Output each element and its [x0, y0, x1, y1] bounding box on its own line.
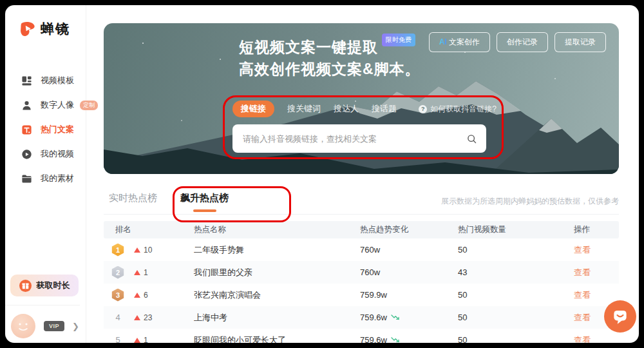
rank-change: 10: [134, 246, 152, 255]
trend-down-icon: [391, 336, 401, 343]
list-tab-2[interactable]: 飙升热点榜: [180, 192, 229, 212]
search-icon[interactable]: [466, 133, 477, 144]
ai-gradient-text: AI: [439, 37, 447, 46]
cell-rank: 423: [104, 313, 194, 322]
avatar[interactable]: [11, 314, 35, 338]
cell-trend: 759.9w: [360, 290, 458, 300]
logo: 蝉镜: [5, 5, 86, 39]
logo-text: 蝉镜: [41, 20, 70, 38]
table-row: 110二年级手势舞760w50查看: [104, 238, 619, 261]
question-icon: ?: [419, 105, 427, 113]
cell-name: 二年级手势舞: [194, 244, 360, 256]
up-triangle-icon: [134, 293, 140, 298]
up-triangle-icon: [134, 247, 140, 253]
cell-videos: 50: [458, 290, 574, 300]
cell-rank: 21: [104, 266, 194, 279]
rank-number: 4: [111, 313, 124, 322]
sidebar-item-label: 我的视频: [41, 148, 74, 160]
search-box: [232, 124, 486, 153]
up-triangle-icon: [134, 270, 140, 275]
avatar-face: [11, 314, 35, 338]
hot-text-icon: [21, 124, 32, 135]
data-disclaimer: 展示数据为所选周期内蝉妈妈的预估数据，仅供参考: [441, 196, 619, 207]
hot-table: 排名 热点名称 热点趋势变化 热门视频数量 操作 110二年级手势舞760w50…: [104, 221, 619, 343]
limited-free-badge: 限时免费: [382, 34, 415, 46]
app-window: 蝉镜 视频模板数字人像定制热门文案我的视频我的素材 获取时长 VIP ❯: [5, 5, 639, 343]
cell-name: 我们眼里的父亲: [194, 267, 360, 278]
rank-change: 6: [134, 291, 148, 300]
table-header: 排名 热点名称 热点趋势变化 热门视频数量 操作: [104, 221, 619, 238]
hero-button-3[interactable]: 提取记录: [554, 32, 606, 52]
table-row: 36张艺兴南京演唱会759.9w50查看: [104, 284, 619, 306]
search-input[interactable]: [242, 133, 466, 144]
chat-support-button[interactable]: [604, 300, 636, 333]
search-tab-1[interactable]: 搜链接: [232, 101, 274, 117]
sidebar-divider: [5, 305, 80, 305]
rank-medal: 1: [111, 244, 124, 256]
search-tabs: 搜链接搜关键词搜达人搜话题 ? 如何获取抖音链接?: [232, 101, 497, 117]
cell-videos: 50: [458, 245, 574, 255]
rank-medal: 2: [111, 266, 124, 279]
view-link[interactable]: 查看: [574, 334, 619, 343]
sidebar-item-1[interactable]: 视频模板: [5, 68, 86, 93]
search-tab-2[interactable]: 搜关键词: [287, 101, 321, 117]
rank-change: 23: [134, 313, 152, 322]
hero-buttons: AI 文案创作创作记录提取记录: [429, 32, 606, 52]
cell-trend: 760w: [360, 245, 458, 255]
chevron-right-icon[interactable]: ❯: [72, 322, 79, 331]
active-tab-underline: [193, 209, 216, 212]
get-duration-button[interactable]: 获取时长: [10, 275, 79, 296]
hero-button-1[interactable]: AI 文案创作: [429, 32, 490, 52]
cell-name: 眨眼间我的小可爱长大了: [194, 334, 360, 343]
search-tab-4[interactable]: 搜话题: [372, 101, 397, 117]
rank-change: 1: [134, 268, 148, 277]
cell-videos: 50: [458, 335, 574, 343]
sidebar-item-5[interactable]: 我的素材: [5, 166, 86, 191]
cell-trend: 759.6w: [360, 335, 458, 343]
view-link[interactable]: 查看: [574, 244, 619, 256]
cell-trend: 760w: [360, 267, 458, 277]
get-duration-label: 获取时长: [37, 280, 70, 291]
rank-number: 5: [111, 335, 124, 343]
cell-name: 张艺兴南京演唱会: [194, 289, 360, 301]
table-row: 21我们眼里的父亲760w43查看: [104, 261, 619, 284]
view-link[interactable]: 查看: [574, 267, 619, 278]
sidebar-item-4[interactable]: 我的视频: [5, 142, 86, 166]
cell-trend: 759.6w: [360, 313, 458, 322]
up-triangle-icon: [134, 315, 140, 320]
col-name: 热点名称: [194, 224, 360, 235]
main-content: AI 文案创作创作记录提取记录 短视频文案一键提取限时免费 高效创作视频文案&脚…: [86, 5, 639, 343]
user-row[interactable]: VIP ❯: [11, 314, 79, 338]
cell-videos: 50: [458, 313, 574, 322]
cell-rank: 36: [104, 289, 194, 302]
sidebar-item-3[interactable]: 热门文案: [5, 117, 86, 142]
view-link[interactable]: 查看: [574, 289, 619, 301]
hero-button-2[interactable]: 创作记录: [497, 32, 548, 52]
col-action: 操作: [574, 224, 619, 235]
rank-change: 1: [134, 336, 148, 343]
tabs-divider: [104, 214, 619, 215]
sidebar-item-2[interactable]: 数字人像定制: [5, 93, 86, 117]
rank-medal: 3: [111, 289, 124, 302]
sidebar-item-label: 热门文案: [41, 124, 74, 135]
list-header: 实时热点榜飙升热点榜 展示数据为所选周期内蝉妈妈的预估数据，仅供参考: [104, 192, 619, 217]
search-panel: 搜链接搜关键词搜达人搜话题 ? 如何获取抖音链接?: [232, 101, 497, 153]
help-link[interactable]: ? 如何获取抖音链接?: [419, 104, 497, 115]
cell-name: 上海中考: [194, 312, 360, 324]
up-triangle-icon: [134, 338, 140, 343]
table-row: 51眨眼间我的小可爱长大了759.6w50查看: [104, 329, 619, 343]
list-tab-1[interactable]: 实时热点榜: [109, 192, 157, 212]
hero-title: 短视频文案一键提取限时免费: [239, 37, 415, 57]
sidebar-item-label: 视频模板: [41, 75, 74, 86]
hero-subtitle: 高效创作视频文案&脚本。: [239, 59, 421, 79]
sidebar-nav: 视频模板数字人像定制热门文案我的视频我的素材: [5, 68, 86, 191]
sidebar-item-label: 我的素材: [41, 173, 74, 184]
sidebar: 蝉镜 视频模板数字人像定制热门文案我的视频我的素材 获取时长 VIP ❯: [5, 5, 86, 343]
table-body: 110二年级手势舞760w50查看21我们眼里的父亲760w43查看36张艺兴南…: [104, 238, 619, 343]
hero-banner: AI 文案创作创作记录提取记录 短视频文案一键提取限时免费 高效创作视频文案&脚…: [104, 23, 619, 174]
folder-icon: [21, 173, 32, 184]
logo-icon: [18, 19, 37, 39]
vip-badge: VIP: [44, 321, 64, 331]
search-tab-3[interactable]: 搜达人: [334, 101, 359, 117]
chat-bubble-icon: [611, 307, 630, 326]
